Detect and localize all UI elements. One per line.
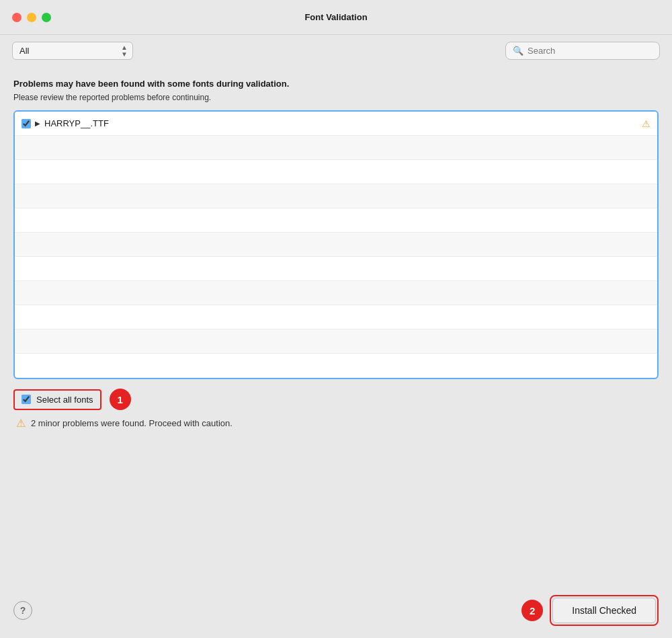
font-list: ▶ HARRYP__.TTF ⚠	[15, 112, 657, 378]
maximize-button[interactable]	[42, 13, 51, 22]
font-list-item	[15, 329, 657, 354]
filter-select[interactable]: All Problems No Problems	[12, 42, 133, 60]
search-icon: 🔍	[513, 46, 523, 56]
main-content: Problems may have been found with some f…	[0, 67, 672, 379]
font-list-container: ▶ HARRYP__.TTF ⚠	[13, 110, 659, 379]
install-checked-border: Install Checked	[550, 595, 659, 626]
warning-icon: ⚠	[642, 118, 650, 129]
font-list-item	[15, 354, 657, 378]
font-list-item	[15, 208, 657, 233]
search-input[interactable]	[528, 46, 653, 56]
bottom-section: Select all fonts 1 ⚠ 2 minor problems we…	[0, 379, 672, 430]
problems-row: ⚠ 2 minor problems were found. Proceed w…	[13, 417, 659, 430]
select-all-box: Select all fonts	[13, 389, 101, 410]
help-button[interactable]: ?	[13, 601, 32, 620]
font-list-item	[15, 136, 657, 160]
filter-select-wrapper: All Problems No Problems ▲ ▼	[12, 42, 133, 60]
font-list-item	[15, 233, 657, 257]
warning-title: Problems may have been found with some f…	[13, 79, 659, 89]
font-list-item	[15, 305, 657, 329]
warning-subtitle: Please review the reported problems befo…	[13, 93, 659, 102]
select-all-label: Select all fonts	[36, 395, 93, 405]
font-list-item	[15, 160, 657, 184]
close-button[interactable]	[12, 13, 22, 22]
font-list-item	[15, 257, 657, 281]
font-item-checkbox[interactable]	[22, 119, 31, 128]
title-bar: Font Validation	[0, 0, 672, 35]
font-item-name: HARRYP__.TTF	[44, 118, 642, 128]
expand-arrow-icon: ▶	[35, 120, 40, 127]
select-all-checkbox[interactable]	[22, 395, 31, 404]
minimize-button[interactable]	[27, 13, 36, 22]
footer-right: 2 Install Checked	[521, 595, 659, 626]
font-list-item: ▶ HARRYP__.TTF ⚠	[15, 112, 657, 136]
window-controls	[12, 13, 51, 22]
footer: ? 2 Install Checked	[0, 583, 672, 638]
window-title: Font Validation	[304, 12, 367, 22]
annotation-circle-1: 1	[110, 389, 131, 410]
font-list-item	[15, 281, 657, 305]
search-box[interactable]: 🔍	[505, 42, 660, 60]
select-all-row: Select all fonts 1	[13, 389, 659, 410]
warning-triangle-icon: ⚠	[16, 417, 26, 430]
annotation-circle-2: 2	[521, 600, 543, 621]
toolbar: All Problems No Problems ▲ ▼ 🔍	[0, 35, 672, 67]
problems-text: 2 minor problems were found. Proceed wit…	[31, 418, 233, 428]
install-checked-button[interactable]: Install Checked	[552, 598, 656, 623]
font-list-item	[15, 184, 657, 208]
